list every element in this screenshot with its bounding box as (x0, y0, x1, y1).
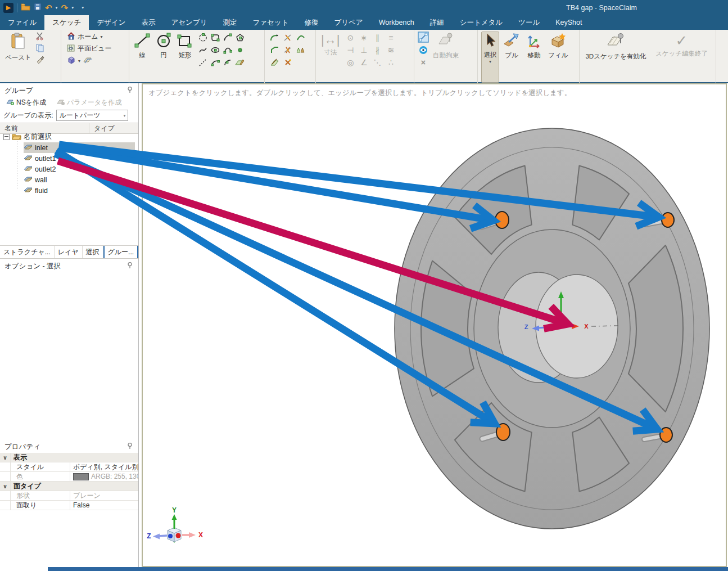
undo-icon[interactable]: ↶ (45, 3, 52, 12)
constraint-parallel-icon[interactable]: ∥ (370, 32, 384, 44)
redo-caret-icon[interactable]: ▾ (71, 5, 74, 10)
collapse-icon[interactable] (3, 134, 10, 140)
tab-workbench[interactable]: Workbench (371, 15, 422, 30)
sketch-grid-toggle-icon[interactable] (418, 32, 429, 44)
prop-value[interactable]: ボディ別, スタイル別 (70, 462, 138, 472)
move-tool-button[interactable]: 移動 (524, 32, 544, 83)
auto-constraint-button[interactable]: 自動拘束 (431, 32, 460, 83)
clear-sketch-icon[interactable]: × (421, 57, 426, 67)
sketch-circle3pt-icon[interactable] (197, 32, 209, 44)
constraint-equal-icon[interactable]: ≡ (384, 32, 397, 44)
dimension-button[interactable]: |↔| 寸法 (319, 32, 341, 83)
fillet-icon[interactable] (268, 32, 281, 44)
tab-file[interactable]: ファイル (0, 15, 44, 30)
tree-root-row[interactable]: 名前選択 (3, 132, 52, 142)
undo-caret-icon[interactable]: ▾ (56, 5, 58, 10)
sketch-project-icon[interactable] (234, 56, 246, 69)
constraint-perpendicular-icon[interactable]: ⊥ (357, 44, 370, 56)
trim-icon[interactable] (281, 32, 294, 44)
tab-assembly[interactable]: アセンブリ (164, 15, 215, 30)
plan-view-button[interactable]: 平面ビュー (65, 43, 114, 54)
tab-selection[interactable]: 選択 (83, 246, 103, 258)
pin-icon[interactable] (127, 443, 133, 451)
save-icon[interactable] (34, 3, 42, 12)
rectangle-tool-button[interactable]: 矩形 (175, 32, 195, 83)
sketch-polygon-icon[interactable] (234, 32, 246, 44)
split-icon[interactable] (281, 44, 294, 56)
section-display[interactable]: ∨ 表示 (0, 453, 138, 462)
constraint-fix-icon[interactable]: ∗ (357, 32, 370, 44)
enable-3d-sketch-button[interactable]: 3Dスケッチを有効化 (583, 32, 649, 83)
constraint-concentric-icon[interactable]: ◎ (343, 56, 357, 69)
split-curve-icon[interactable] (294, 32, 307, 44)
constraint-midpoint-icon[interactable]: ⊣ (343, 44, 357, 56)
mirror-icon[interactable] (294, 44, 307, 56)
prop-key: 形状 (11, 491, 70, 500)
tab-repair[interactable]: 修復 (296, 15, 326, 30)
auto-constraint-icon (437, 33, 454, 50)
tab-display[interactable]: 表示 (134, 15, 164, 30)
tab-layers[interactable]: レイヤ (55, 246, 83, 258)
graphics-viewport[interactable]: オブジェクトをクリックします。ダブルクリックして、エッジループを選択します。トリ… (142, 83, 727, 567)
sketch-spline-icon[interactable] (197, 44, 209, 56)
sketch-ellipse-icon[interactable] (209, 44, 221, 56)
prop-value[interactable]: False (70, 501, 138, 509)
tree-item-wall[interactable]: wall (24, 174, 47, 185)
fill-tool-button[interactable]: フィル (546, 32, 569, 83)
bend-icon[interactable] (268, 56, 281, 69)
tree-item-fluid[interactable]: fluid (24, 185, 48, 196)
tree-item-outlet2[interactable]: outlet2 (24, 164, 56, 174)
constraint-coincident-icon[interactable]: ⊙ (343, 32, 357, 44)
chamfer-icon[interactable] (268, 44, 281, 56)
redo-icon[interactable]: ↷ (61, 3, 69, 12)
sketch-construction-line-icon[interactable] (197, 56, 209, 69)
qat-customize-icon[interactable]: ▾ (82, 5, 84, 10)
tab-sheetmetal[interactable]: シートメタル (452, 15, 510, 30)
section-face-type[interactable]: ∨ 面タイプ (0, 482, 138, 491)
column-type[interactable]: タイプ (89, 123, 138, 133)
show-sketch-eye-icon[interactable] (418, 46, 428, 56)
sketch-arc-3pt-icon[interactable] (221, 44, 234, 56)
constraint-symmetry-icon[interactable]: ≋ (384, 44, 397, 56)
tree-item-outlet1[interactable]: outlet1 (24, 153, 56, 164)
delete-sketch-icon[interactable] (281, 56, 294, 69)
tab-detail[interactable]: 詳細 (422, 15, 452, 30)
constraint-tangent-icon[interactable]: ∠ (357, 56, 370, 69)
create-ns-button[interactable]: NSを作成 (3, 97, 48, 108)
open-folder-icon[interactable] (21, 3, 30, 12)
tab-facets[interactable]: ファセット (245, 15, 296, 30)
tab-prepare[interactable]: プリペア (326, 15, 370, 30)
tab-sketch[interactable]: スケッチ (44, 15, 89, 30)
sketch-point-icon[interactable] (234, 44, 246, 56)
end-sketch-edit-button[interactable]: ✓ スケッチ編集終了 (651, 32, 712, 83)
pull-tool-button[interactable]: プル (501, 32, 522, 83)
tab-design[interactable]: デザイン (89, 15, 133, 30)
pin-icon[interactable] (127, 262, 133, 270)
tab-tools[interactable]: ツール (510, 15, 548, 30)
tab-keyshot[interactable]: KeyShot (548, 15, 590, 30)
pin-icon[interactable] (127, 87, 133, 95)
constraint-ground-icon[interactable]: ∦ (370, 44, 384, 56)
home-view-button[interactable]: ホーム▾ (65, 32, 105, 42)
sketch-arc-center-icon[interactable] (221, 56, 234, 69)
constraint-offset-icon[interactable]: ∴ (384, 56, 397, 69)
create-parameter-button[interactable]: パラメータを作成 (54, 97, 124, 108)
tab-measure[interactable]: 測定 (215, 15, 245, 30)
tab-groups[interactable]: グルー... (103, 246, 139, 258)
copy-icon[interactable] (35, 43, 44, 54)
view-orientation-buttons[interactable]: ▾ (65, 55, 94, 66)
sketch-roundrect-icon[interactable] (209, 32, 221, 44)
circle-tool-button[interactable]: 円 (154, 32, 173, 83)
paste-button[interactable]: ペースト (3, 32, 33, 83)
format-painter-icon[interactable] (35, 55, 44, 66)
constraint-colinear-icon[interactable]: ⋱ (370, 56, 384, 69)
group-display-select[interactable]: ルートパーツ ▾ (56, 110, 128, 121)
tab-structure[interactable]: ストラクチャ... (0, 246, 55, 258)
tree-item-inlet[interactable]: inlet (24, 142, 135, 153)
sketch-tangent-arc-icon[interactable] (221, 32, 234, 44)
sketch-spline-edit-icon[interactable] (209, 56, 221, 69)
select-tool-button[interactable]: 選択 ▾ (481, 32, 499, 83)
cut-icon[interactable] (35, 32, 44, 42)
spaceclaim-logo-icon[interactable]: ▶ (3, 3, 13, 13)
line-tool-button[interactable]: 線 (133, 32, 152, 83)
